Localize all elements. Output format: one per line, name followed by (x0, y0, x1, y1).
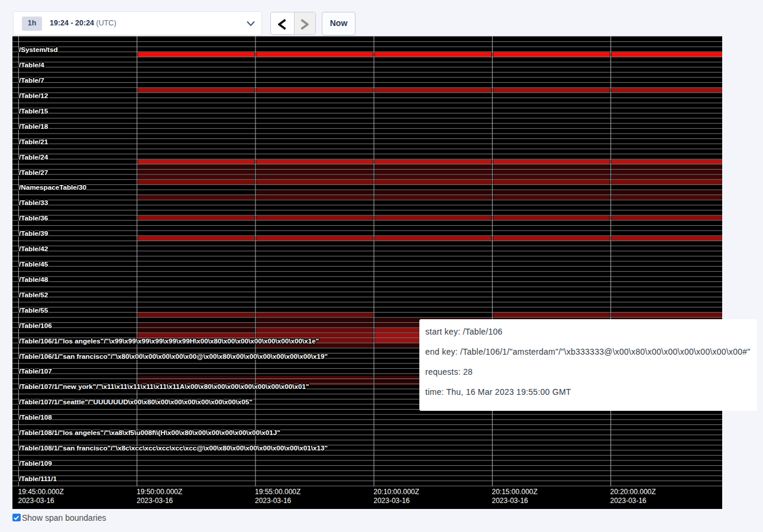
svg-text:/Table/55: /Table/55 (19, 306, 49, 313)
svg-text:/Table/39: /Table/39 (19, 229, 49, 237)
svg-text:/Table/33: /Table/33 (19, 199, 49, 206)
svg-text:2023-03-16: 2023-03-16 (610, 497, 646, 505)
svg-text:/Table/111/1: /Table/111/1 (19, 475, 57, 482)
svg-text:/Table/109: /Table/109 (19, 459, 52, 467)
svg-text:/Table/7: /Table/7 (19, 76, 44, 84)
svg-text:/Table/36: /Table/36 (19, 214, 49, 222)
svg-text:/Table/4: /Table/4 (19, 61, 44, 69)
svg-text:20:20:00.000Z: 20:20:00.000Z (610, 488, 655, 496)
svg-text:19:55:00.000Z: 19:55:00.000Z (255, 488, 300, 496)
svg-text:/Table/106/1/"san francisco"/": /Table/106/1/"san francisco"/"\x80\x00\x… (19, 352, 328, 359)
svg-text:/Table/107: /Table/107 (19, 367, 52, 375)
svg-text:19:45:00.000Z: 19:45:00.000Z (18, 488, 64, 496)
svg-text:/Table/107/1/"seattle"/"UUUUUU: /Table/107/1/"seattle"/"UUUUUUD\x00\x80\… (19, 398, 253, 406)
svg-text:/Table/45: /Table/45 (19, 260, 49, 268)
svg-text:2023-03-16: 2023-03-16 (373, 497, 410, 505)
svg-text:/Table/108: /Table/108 (19, 413, 52, 421)
svg-text:/NamespaceTable/30: /NamespaceTable/30 (19, 183, 87, 191)
svg-text:/Table/12: /Table/12 (19, 92, 49, 99)
svg-text:20:15:00.000Z: 20:15:00.000Z (492, 488, 537, 496)
svg-text:19:50:00.000Z: 19:50:00.000Z (137, 488, 182, 496)
svg-text:/Table/108/1/"san francisco"/": /Table/108/1/"san francisco"/"\x8c\xcc\x… (19, 444, 328, 452)
svg-text:/Table/108/1/"los angeles"/"\x: /Table/108/1/"los angeles"/"\xa8\xf5\u00… (19, 429, 280, 436)
svg-text:/System/tsd: /System/tsd (19, 46, 58, 53)
svg-text:/Table/107/1/"new york"/"\x11\: /Table/107/1/"new york"/"\x11\x11\x11\x1… (19, 382, 309, 390)
svg-text:/Table/24: /Table/24 (19, 153, 49, 160)
svg-text:20:10:00.000Z: 20:10:00.000Z (373, 488, 419, 496)
svg-text:2023-03-16: 2023-03-16 (137, 497, 173, 505)
svg-text:/Table/21: /Table/21 (19, 137, 49, 145)
svg-text:/Table/48: /Table/48 (19, 275, 49, 283)
svg-text:/Table/27: /Table/27 (19, 168, 48, 176)
svg-text:/Table/18: /Table/18 (19, 122, 49, 129)
svg-text:/Table/106/1/"los angeles"/"\x: /Table/106/1/"los angeles"/"\x99\x99\x99… (19, 336, 319, 344)
svg-text:/Table/42: /Table/42 (19, 245, 49, 252)
svg-text:/Table/106: /Table/106 (19, 321, 52, 329)
svg-text:2023-03-16: 2023-03-16 (492, 497, 528, 505)
svg-text:2023-03-16: 2023-03-16 (18, 497, 55, 505)
svg-text:/Table/15: /Table/15 (19, 107, 49, 115)
svg-text:/Table/52: /Table/52 (19, 291, 49, 299)
svg-text:2023-03-16: 2023-03-16 (255, 497, 292, 505)
